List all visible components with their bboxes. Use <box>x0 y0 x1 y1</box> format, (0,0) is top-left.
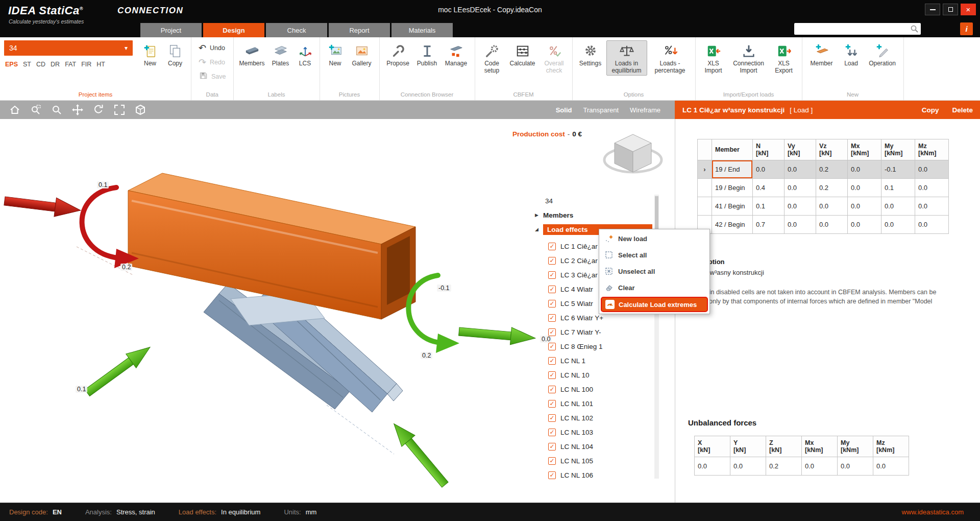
tree-root-item[interactable]: 34 <box>531 194 657 208</box>
checkbox-checked-icon[interactable]: ✓ <box>548 257 556 265</box>
type-st[interactable]: ST <box>23 61 31 68</box>
checkbox-checked-icon[interactable]: ✓ <box>548 357 556 365</box>
type-fat[interactable]: FAT <box>65 61 76 68</box>
load-case-item[interactable]: ✓ LC NL 1 <box>531 353 657 368</box>
connection-import-button[interactable]: Connection Import <box>729 40 768 76</box>
type-cd[interactable]: CD <box>36 61 45 68</box>
checkbox-checked-icon[interactable]: ✓ <box>548 386 556 393</box>
load-case-item[interactable]: ✓ LC 7 Wiatr Y- <box>531 325 657 339</box>
chevron-collapsed-icon[interactable]: ▶ <box>535 212 543 218</box>
close-button[interactable]: × <box>961 4 976 15</box>
new-item-button[interactable]: New <box>139 40 161 69</box>
load-case-item[interactable]: ✓ LC NL 101 <box>531 396 657 411</box>
labels-lcs-button[interactable]: LCS <box>295 40 315 69</box>
overall-check-button[interactable]: Overall check <box>541 40 568 76</box>
table-row[interactable]: 42 / Begin 0.7 0.0 0.0 0.0 0.0 0.0 <box>698 216 949 234</box>
picture-gallery-button[interactable]: Gallery <box>349 40 375 69</box>
mode-transparent[interactable]: Transparent <box>583 106 619 114</box>
maximize-button[interactable] <box>943 4 958 15</box>
zoom-icon[interactable] <box>48 103 65 117</box>
tab-project[interactable]: Project <box>140 23 202 37</box>
type-eps[interactable]: EPS <box>5 61 18 68</box>
menu-item-unselect-all[interactable]: Unselect all <box>599 263 709 279</box>
project-item-dropdown[interactable]: 34 ▾ <box>4 40 133 56</box>
checkbox-checked-icon[interactable]: ✓ <box>548 314 556 322</box>
type-ht[interactable]: HT <box>96 61 105 68</box>
load-case-item[interactable]: ✓ LC NL 10 <box>531 368 657 382</box>
load-case-item[interactable]: ✓ LC NL 105 <box>531 454 657 468</box>
mode-wireframe[interactable]: Wireframe <box>630 106 660 114</box>
delete-load-button[interactable]: Delete <box>952 106 973 114</box>
navigation-cube[interactable] <box>604 134 662 172</box>
picture-new-button[interactable]: New <box>324 40 347 69</box>
xls-export-button[interactable]: XLS Export <box>770 40 798 76</box>
checkbox-checked-icon[interactable]: ✓ <box>548 414 556 422</box>
copy-item-button[interactable]: Copy <box>163 40 187 69</box>
tab-design[interactable]: Design <box>203 23 264 37</box>
load-case-item[interactable]: ✓ LC NL 102 <box>531 411 657 425</box>
tab-report[interactable]: Report <box>329 23 390 37</box>
load-case-item[interactable]: ✓ LC 8 Œnieg 1 <box>531 339 657 353</box>
menu-item-clear[interactable]: Clear <box>599 279 709 296</box>
labels-plates-button[interactable]: Plates <box>268 40 293 69</box>
load-case-item[interactable]: ✓ LC NL 103 <box>531 425 657 439</box>
load-case-item[interactable]: ✓ LC NL 106 <box>531 468 657 482</box>
load-value-label: 0.1 <box>97 181 109 188</box>
search-input[interactable] <box>794 23 921 35</box>
chevron-expanded-icon[interactable]: ◢ <box>535 227 543 232</box>
zoom-fit-icon[interactable] <box>111 103 128 117</box>
info-button[interactable]: i <box>960 22 973 35</box>
load-case-item[interactable]: ✓ LC NL 100 <box>531 382 657 396</box>
type-dr[interactable]: DR <box>51 61 60 68</box>
load-case-item[interactable]: ✓ LC NL 104 <box>531 439 657 454</box>
settings-button[interactable]: Settings <box>577 40 604 69</box>
checkbox-checked-icon[interactable]: ✓ <box>548 271 556 279</box>
redo-button[interactable]: ↷ Redo <box>195 56 229 68</box>
loads-in-equilibrium-button[interactable]: Loads in equilibrium <box>606 40 647 76</box>
new-operation-button[interactable]: Operation <box>866 40 899 69</box>
table-row-selected[interactable]: › 19 / End 0.0 0.0 0.2 0.0 -0.1 0.0 <box>698 160 949 179</box>
xls-import-button[interactable]: XLS Import <box>700 40 727 76</box>
pan-icon[interactable] <box>69 103 86 117</box>
minimize-button[interactable] <box>925 4 940 15</box>
checkbox-checked-icon[interactable]: ✓ <box>548 371 556 379</box>
menu-item-select-all[interactable]: Select all <box>599 247 709 263</box>
undo-button[interactable]: ↶ Undo <box>195 41 229 54</box>
publish-button[interactable]: Publish <box>414 40 440 69</box>
member-cell[interactable]: 19 / End <box>712 160 753 179</box>
type-fir[interactable]: FIR <box>81 61 91 68</box>
checkbox-checked-icon[interactable]: ✓ <box>548 343 556 350</box>
zoom-window-icon[interactable] <box>27 103 44 117</box>
rotate-view-icon[interactable] <box>90 103 107 117</box>
new-member-button[interactable]: Member <box>806 40 837 69</box>
menu-item-calculate-load-extremes[interactable]: Calculate Load extremes <box>601 297 708 312</box>
manage-button[interactable]: Manage <box>442 40 471 69</box>
loads-percentage-button[interactable]: Loads - percentage <box>649 40 691 76</box>
calculate-button[interactable]: Calculate <box>507 40 538 69</box>
website-link[interactable]: www.ideastatica.com <box>902 508 964 516</box>
checkbox-checked-icon[interactable]: ✓ <box>548 328 556 336</box>
menu-item-new-load[interactable]: New load <box>599 230 709 247</box>
tab-materials[interactable]: Materials <box>391 23 453 37</box>
propose-button[interactable]: Propose <box>384 40 412 69</box>
checkbox-checked-icon[interactable]: ✓ <box>548 243 556 250</box>
new-load-button[interactable]: Load <box>839 40 864 69</box>
checkbox-checked-icon[interactable]: ✓ <box>548 457 556 465</box>
checkbox-checked-icon[interactable]: ✓ <box>548 471 556 479</box>
table-row[interactable]: 19 / Begin 0.4 0.0 0.2 0.0 0.1 0.0 <box>698 179 949 197</box>
checkbox-checked-icon[interactable]: ✓ <box>548 429 556 436</box>
save-button[interactable]: Save <box>195 70 229 83</box>
table-row[interactable]: 41 / Begin 0.1 0.0 0.0 0.0 0.0 0.0 <box>698 197 949 216</box>
checkbox-checked-icon[interactable]: ✓ <box>548 300 556 307</box>
checkbox-checked-icon[interactable]: ✓ <box>548 286 556 293</box>
labels-members-button[interactable]: Members <box>238 40 266 69</box>
home-view-icon[interactable] <box>6 103 23 117</box>
checkbox-checked-icon[interactable]: ✓ <box>548 400 556 408</box>
tab-check[interactable]: Check <box>266 23 327 37</box>
solid-box-icon[interactable] <box>132 103 149 117</box>
tree-item-members[interactable]: ▶ Members <box>531 208 657 222</box>
checkbox-checked-icon[interactable]: ✓ <box>548 443 556 451</box>
copy-load-button[interactable]: Copy <box>922 106 939 114</box>
code-setup-button[interactable]: Code setup <box>479 40 505 76</box>
mode-solid[interactable]: Solid <box>556 106 572 114</box>
